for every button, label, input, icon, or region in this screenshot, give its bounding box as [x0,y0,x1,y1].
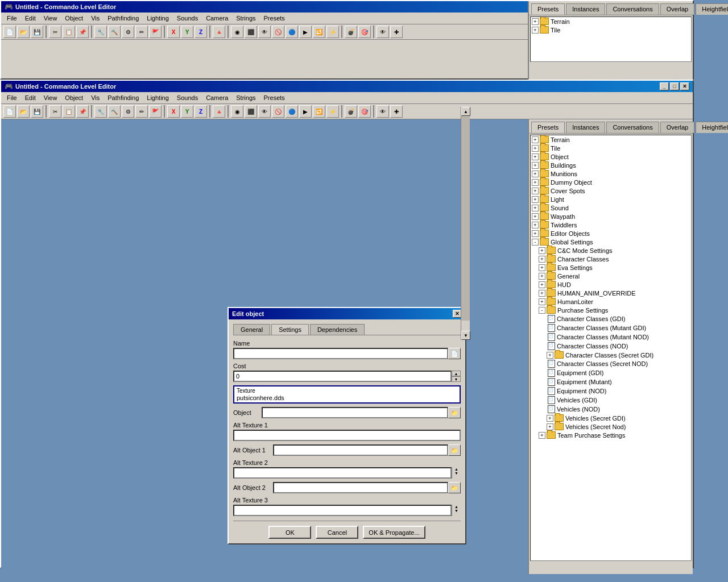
tb-c1[interactable]: ◉ [231,105,243,118]
tb-move-main[interactable]: 🔺 [213,105,225,118]
alt-texture2-input[interactable] [233,467,452,479]
tree-sound[interactable]: + Sound [531,203,691,212]
tb-b7[interactable]: 🔁 [313,26,325,38]
menu-pathfinding-1[interactable]: Pathfinding [104,14,142,23]
tree-eq-mut[interactable]: 📄 Equipment (Mutant) [531,377,691,386]
tb-y-main[interactable]: Y [181,105,193,118]
tree-light[interactable]: + Light [531,195,691,203]
tree-eva[interactable]: + Eva Settings [531,263,691,272]
name-input[interactable] [233,348,448,359]
tb-z-main[interactable]: Z [195,105,207,118]
tree-general[interactable]: + General [531,272,691,280]
ok-propagate-button[interactable]: OK & Propagate... [363,526,425,539]
alt-object2-input[interactable] [273,482,448,493]
tb-b1[interactable]: ◉ [231,26,243,38]
alt-tex2-scroll-down[interactable]: ▼ [452,471,461,475]
bg-tree-terrain-1[interactable]: + Terrain [531,17,691,26]
menu-object-1[interactable]: Object [61,14,86,23]
bg-expand-tile-1[interactable]: + [532,27,539,34]
expand-humananim[interactable]: + [539,290,545,297]
alt-texture3-input[interactable] [233,505,452,516]
expand-veh-secnod[interactable]: + [547,423,553,430]
tb-paste[interactable]: 📌 [76,105,89,118]
tb-new[interactable]: 📄 [3,105,16,118]
menu-edit[interactable]: Edit [22,93,39,102]
tree-terrain[interactable]: + Terrain [531,135,691,144]
tb-cut[interactable]: ✂ [49,105,61,118]
tb-copy-1[interactable]: 📋 [63,26,75,38]
menu-lighting-1[interactable]: Lighting [143,14,172,23]
dialog-tab-general[interactable]: General [233,324,270,335]
tb-b10[interactable]: 🎯 [358,26,371,38]
tb-x-main[interactable]: X [167,105,180,118]
texture-input[interactable] [237,394,457,401]
expand-hud[interactable]: + [539,281,545,288]
dialog-tab-dependencies[interactable]: Dependencies [310,324,365,335]
tree-globalsettings[interactable]: - Global Settings [531,238,691,246]
menu-strings-1[interactable]: Strings [233,14,259,23]
scroll-down-btn[interactable]: ▼ [461,331,470,340]
bg-tab-heightfield-1[interactable]: Heightfield [696,3,728,15]
main-minimize[interactable]: _ [660,82,669,90]
tb-c3[interactable]: 👁 [258,105,271,118]
tb-open[interactable]: 📂 [17,105,30,118]
scroll-track[interactable] [461,116,470,321]
menu-presets-1[interactable]: Presets [260,14,288,23]
expand-object[interactable]: + [532,153,539,160]
tree-humananim[interactable]: + HUMAN_ANIM_OVERRIDE [531,289,691,297]
expand-veh-secgdi[interactable]: + [547,415,553,422]
expand-light[interactable]: + [532,196,539,203]
expand-characterclasses[interactable]: + [539,256,545,263]
tb-save-1[interactable]: 💾 [31,26,43,38]
main-close[interactable]: ✕ [680,82,689,90]
menu-pathfinding[interactable]: Pathfinding [104,93,142,102]
expand-purchasesettings[interactable]: - [539,307,545,314]
menu-strings[interactable]: Strings [233,93,259,102]
tab-overlap[interactable]: Overlap [660,122,695,133]
tree-cc-secnod[interactable]: 📄 Character Classes (Secret NOD) [531,359,691,368]
tree-humanloiter[interactable]: + HumanLoiter [531,297,691,306]
alt-object2-browse-btn[interactable]: 📁 [448,482,461,493]
expand-sound[interactable]: + [532,205,539,211]
tb-c4[interactable]: 🚫 [272,105,284,118]
tab-conversations[interactable]: Conversations [606,122,659,133]
menu-lighting[interactable]: Lighting [143,93,172,102]
object-input[interactable] [262,407,448,418]
bg-tab-conversations-1[interactable]: Conversations [606,3,659,15]
tb-b5[interactable]: 🔵 [286,26,298,38]
tb-c9[interactable]: 💣 [345,105,357,118]
tree-teampurchase[interactable]: + Team Purchase Settings [531,431,691,439]
tb-c6[interactable]: ▶ [299,105,312,118]
tab-instances[interactable]: Instances [566,122,605,133]
cost-input[interactable] [233,371,452,382]
menu-sounds-1[interactable]: Sounds [173,14,201,23]
tree-cc-secgdi[interactable]: + Character Classes (Secret GDI) [531,351,691,359]
tb-c2[interactable]: ⬛ [245,105,257,118]
tree-eq-nod[interactable]: 📄 Equipment (NOD) [531,386,691,396]
tree-purchasesettings[interactable]: - Purchase Settings [531,306,691,314]
expand-general[interactable]: + [539,273,545,280]
alt-object1-browse-btn[interactable]: 📁 [448,444,461,456]
tb-z[interactable]: Z [195,26,207,38]
tb-c10[interactable]: 🎯 [358,105,371,118]
expand-munitions[interactable]: + [532,171,539,177]
tree-cc-gdi[interactable]: 📄 Character Classes (GDI) [531,314,691,323]
tb-flag[interactable]: 🚩 [149,26,162,38]
tb-flag-main[interactable]: 🚩 [149,105,162,118]
tb-b8[interactable]: ⚡ [326,26,339,38]
expand-humanloiter[interactable]: + [539,298,545,305]
bg-tab-overlap-1[interactable]: Overlap [660,3,695,15]
expand-tile[interactable]: + [532,145,539,152]
tb-eye[interactable]: 👁 [377,26,389,38]
alt-tex3-scroll-down[interactable]: ▼ [452,509,461,513]
tb-tool2[interactable]: 🔨 [108,105,121,118]
tb-b6[interactable]: ▶ [299,26,312,38]
menu-file[interactable]: File [3,93,20,102]
alt-object1-input[interactable] [273,444,448,456]
tb-tool4[interactable]: ✏ [135,105,148,118]
menu-view-1[interactable]: View [40,14,61,23]
tree-eq-gdi[interactable]: 📄 Equipment (GDI) [531,368,691,377]
tb-y[interactable]: Y [181,26,193,38]
tree-munitions[interactable]: + Munitions [531,169,691,178]
alt-tex3-scroll-up[interactable]: ▲ [452,505,461,509]
